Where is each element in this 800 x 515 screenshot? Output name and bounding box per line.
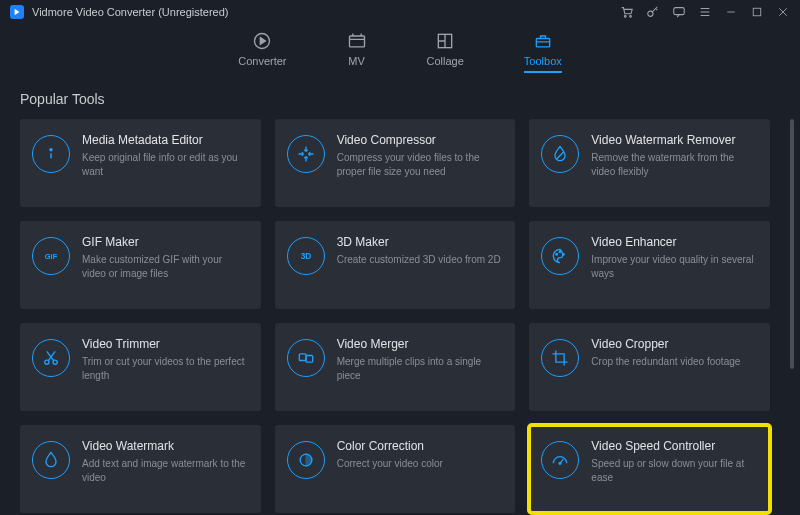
card-title: Video Merger [337, 337, 504, 351]
tab-label: Collage [427, 55, 464, 67]
card-desc: Trim or cut your videos to the perfect l… [82, 355, 249, 382]
card-body: Media Metadata EditorKeep original file … [82, 133, 249, 178]
card-body: Video CropperCrop the redundant video fo… [591, 337, 758, 369]
color-icon [287, 441, 325, 479]
tool-card-compress[interactable]: Video CompressorCompress your video file… [275, 119, 516, 207]
card-desc: Make customized GIF with your video or i… [82, 253, 249, 280]
tool-card-3d[interactable]: 3D3D MakerCreate customized 3D video fro… [275, 221, 516, 309]
svg-rect-8 [349, 36, 364, 47]
scissors-icon [32, 339, 70, 377]
svg-point-15 [559, 251, 561, 253]
tab-mv[interactable]: MV [347, 31, 367, 73]
card-title: Video Watermark Remover [591, 133, 758, 147]
converter-tab-icon [252, 31, 272, 51]
card-title: Video Enhancer [591, 235, 758, 249]
merge-icon [287, 339, 325, 377]
card-title: Video Watermark [82, 439, 249, 453]
svg-text:GIF: GIF [45, 252, 58, 261]
key-icon[interactable] [646, 5, 660, 19]
minimize-button[interactable] [724, 5, 738, 19]
card-desc: Compress your video files to the proper … [337, 151, 504, 178]
card-body: Video CompressorCompress your video file… [337, 133, 504, 178]
tool-card-metadata[interactable]: Media Metadata EditorKeep original file … [20, 119, 261, 207]
tool-card-gif[interactable]: GIFGIF MakerMake customized GIF with you… [20, 221, 261, 309]
svg-point-1 [624, 16, 626, 18]
tab-collage[interactable]: Collage [427, 31, 464, 73]
tool-card-speed[interactable]: Video Speed ControllerSpeed up or slow d… [529, 425, 770, 513]
scrollbar-thumb[interactable] [790, 119, 794, 369]
card-desc: Correct your video color [337, 457, 504, 471]
card-desc: Remove the watermark from the video flex… [591, 151, 758, 178]
tab-label: Toolbox [524, 55, 562, 67]
card-body: Color CorrectionCorrect your video color [337, 439, 504, 471]
svg-point-18 [53, 360, 57, 364]
svg-point-17 [45, 360, 49, 364]
close-button[interactable] [776, 5, 790, 19]
tool-card-color[interactable]: Color CorrectionCorrect your video color [275, 425, 516, 513]
card-title: Color Correction [337, 439, 504, 453]
card-body: Video Watermark RemoverRemove the waterm… [591, 133, 758, 178]
menu-icon[interactable] [698, 5, 712, 19]
svg-rect-20 [306, 356, 313, 363]
toolbox-tab-icon [533, 31, 553, 51]
drop-icon [32, 441, 70, 479]
card-title: GIF Maker [82, 235, 249, 249]
tool-card-watermark-remove[interactable]: Video Watermark RemoverRemove the waterm… [529, 119, 770, 207]
svg-point-3 [648, 11, 653, 16]
card-desc: Keep original file info or edit as you w… [82, 151, 249, 178]
tab-label: Converter [238, 55, 286, 67]
card-title: Video Speed Controller [591, 439, 758, 453]
tab-converter[interactable]: Converter [238, 31, 286, 73]
card-body: GIF MakerMake customized GIF with your v… [82, 235, 249, 280]
tool-card-trim[interactable]: Video TrimmerTrim or cut your videos to … [20, 323, 261, 411]
tab-toolbox[interactable]: Toolbox [524, 31, 562, 73]
card-body: Video WatermarkAdd text and image waterm… [82, 439, 249, 484]
window-controls [620, 5, 790, 19]
titlebar: Vidmore Video Converter (Unregistered) [0, 0, 800, 24]
svg-marker-0 [15, 9, 20, 15]
collage-tab-icon [435, 31, 455, 51]
3d-icon: 3D [287, 237, 325, 275]
main-tabs: ConverterMVCollageToolbox [0, 24, 800, 79]
app-logo [10, 5, 24, 19]
svg-point-22 [559, 462, 561, 464]
gauge-icon [541, 441, 579, 479]
card-desc: Merge multiple clips into a single piece [337, 355, 504, 382]
card-title: Video Compressor [337, 133, 504, 147]
card-title: 3D Maker [337, 235, 504, 249]
card-title: Video Cropper [591, 337, 758, 351]
card-body: Video TrimmerTrim or cut your videos to … [82, 337, 249, 382]
tool-card-watermark[interactable]: Video WatermarkAdd text and image waterm… [20, 425, 261, 513]
gif-icon: GIF [32, 237, 70, 275]
card-desc: Add text and image watermark to the vide… [82, 457, 249, 484]
card-desc: Improve your video quality in several wa… [591, 253, 758, 280]
tools-grid: Media Metadata EditorKeep original file … [20, 119, 780, 513]
svg-rect-10 [536, 39, 549, 47]
feedback-icon[interactable] [672, 5, 686, 19]
svg-point-16 [563, 254, 565, 256]
mv-tab-icon [347, 31, 367, 51]
card-body: Video EnhancerImprove your video quality… [591, 235, 758, 280]
tool-card-crop[interactable]: Video CropperCrop the redundant video fo… [529, 323, 770, 411]
svg-rect-5 [753, 8, 761, 16]
maximize-button[interactable] [750, 5, 764, 19]
svg-point-14 [556, 254, 558, 256]
svg-point-11 [50, 149, 52, 151]
tab-label: MV [348, 55, 365, 67]
palette-icon [541, 237, 579, 275]
tool-card-enhance[interactable]: Video EnhancerImprove your video quality… [529, 221, 770, 309]
card-body: Video MergerMerge multiple clips into a … [337, 337, 504, 382]
tool-card-merge[interactable]: Video MergerMerge multiple clips into a … [275, 323, 516, 411]
svg-text:3D: 3D [300, 251, 311, 261]
card-title: Video Trimmer [82, 337, 249, 351]
erase-icon [541, 135, 579, 173]
card-desc: Crop the redundant video footage [591, 355, 758, 369]
crop-icon [541, 339, 579, 377]
cart-icon[interactable] [620, 5, 634, 19]
svg-rect-19 [299, 354, 306, 361]
svg-marker-7 [261, 38, 266, 45]
section-title: Popular Tools [20, 91, 780, 107]
svg-point-2 [630, 16, 632, 18]
card-body: Video Speed ControllerSpeed up or slow d… [591, 439, 758, 484]
app-title: Vidmore Video Converter (Unregistered) [32, 6, 612, 18]
